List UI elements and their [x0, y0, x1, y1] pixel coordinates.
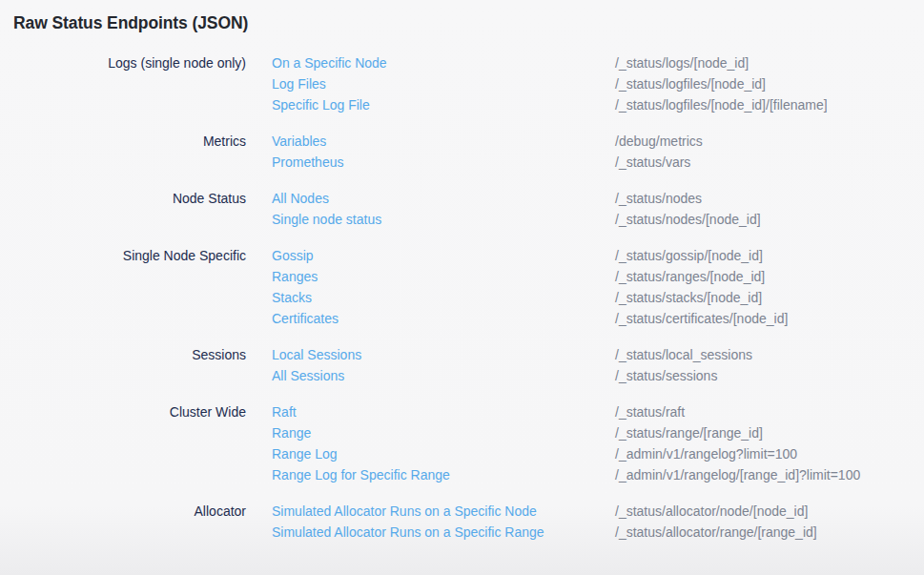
- endpoint-path: /_status/logfiles/[node_id]/[filename]: [615, 94, 828, 115]
- endpoint-row: All Nodes /_status/nodes: [272, 188, 924, 209]
- category-label: Single Node Specific: [0, 245, 246, 266]
- endpoint-path: /_status/nodes: [615, 188, 702, 209]
- endpoint-row: Log Files /_status/logfiles/[node_id]: [272, 73, 924, 94]
- endpoint-row: Prometheus /_status/vars: [272, 152, 924, 173]
- endpoint-link[interactable]: Range Log: [272, 443, 615, 464]
- endpoint-link[interactable]: Single node status: [272, 209, 615, 230]
- endpoint-groups: Logs (single node only) On a Specific No…: [0, 52, 924, 543]
- endpoint-link[interactable]: On a Specific Node: [272, 52, 615, 73]
- endpoint-link[interactable]: Stacks: [272, 287, 615, 308]
- endpoint-path: /_status/nodes/[node_id]: [615, 209, 761, 230]
- group-rows: Gossip /_status/gossip/[node_id] Ranges …: [272, 245, 924, 329]
- category-label: Logs (single node only): [0, 52, 246, 73]
- endpoint-row: Certificates /_status/certificates/[node…: [272, 308, 924, 329]
- endpoint-row: Range /_status/range/[range_id]: [272, 422, 924, 443]
- endpoint-path: /_status/vars: [615, 152, 690, 173]
- endpoint-path: /_status/ranges/[node_id]: [615, 266, 765, 287]
- group-rows: Variables /debug/metrics Prometheus /_st…: [272, 131, 924, 173]
- category-label: Sessions: [0, 344, 246, 365]
- category-label: Node Status: [0, 188, 246, 209]
- endpoint-row: All Sessions /_status/sessions: [272, 365, 924, 386]
- endpoint-row: Variables /debug/metrics: [272, 131, 924, 152]
- endpoint-group: Logs (single node only) On a Specific No…: [0, 52, 924, 115]
- endpoint-group: Cluster Wide Raft /_status/raft Range /_…: [0, 401, 924, 485]
- endpoint-row: Local Sessions /_status/local_sessions: [272, 344, 924, 365]
- endpoint-link[interactable]: All Nodes: [272, 188, 615, 209]
- endpoint-link[interactable]: Simulated Allocator Runs on a Specific N…: [272, 501, 615, 522]
- group-rows: Simulated Allocator Runs on a Specific N…: [272, 501, 924, 543]
- endpoint-path: /_status/range/[range_id]: [615, 422, 763, 443]
- page-title: Raw Status Endpoints (JSON): [13, 12, 924, 33]
- endpoint-row: Range Log /_admin/v1/rangelog?limit=100: [272, 443, 924, 464]
- debug-page: Raw Status Endpoints (JSON) Logs (single…: [0, 0, 924, 543]
- endpoint-path: /_admin/v1/rangelog?limit=100: [615, 443, 797, 464]
- endpoint-row: On a Specific Node /_status/logs/[node_i…: [272, 52, 924, 73]
- endpoint-row: Simulated Allocator Runs on a Specific R…: [272, 522, 924, 543]
- endpoint-link[interactable]: Specific Log File: [272, 94, 615, 115]
- endpoint-link[interactable]: Raft: [272, 401, 615, 422]
- endpoint-link[interactable]: Log Files: [272, 73, 615, 94]
- endpoint-group: Allocator Simulated Allocator Runs on a …: [0, 501, 924, 543]
- endpoint-path: /_status/logfiles/[node_id]: [615, 73, 766, 94]
- endpoint-path: /_status/allocator/range/[range_id]: [615, 522, 817, 543]
- endpoint-link[interactable]: Simulated Allocator Runs on a Specific R…: [272, 522, 615, 543]
- group-rows: Local Sessions /_status/local_sessions A…: [272, 344, 924, 386]
- category-label: Metrics: [0, 131, 246, 152]
- endpoint-path: /_status/allocator/node/[node_id]: [615, 501, 808, 522]
- endpoint-link[interactable]: Local Sessions: [272, 344, 615, 365]
- endpoint-link[interactable]: Ranges: [272, 266, 615, 287]
- endpoint-link[interactable]: Certificates: [272, 308, 615, 329]
- endpoint-group: Single Node Specific Gossip /_status/gos…: [0, 245, 924, 329]
- endpoint-path: /_status/sessions: [615, 365, 717, 386]
- endpoint-path: /_status/certificates/[node_id]: [615, 308, 788, 329]
- endpoint-link[interactable]: Range: [272, 422, 615, 443]
- category-label: Cluster Wide: [0, 401, 246, 422]
- endpoint-row: Range Log for Specific Range /_admin/v1/…: [272, 464, 924, 485]
- group-rows: All Nodes /_status/nodes Single node sta…: [272, 188, 924, 230]
- endpoint-group: Node Status All Nodes /_status/nodes Sin…: [0, 188, 924, 230]
- endpoint-path: /_status/gossip/[node_id]: [615, 245, 763, 266]
- endpoint-row: Stacks /_status/stacks/[node_id]: [272, 287, 924, 308]
- endpoint-link[interactable]: Prometheus: [272, 152, 615, 173]
- endpoint-link[interactable]: Range Log for Specific Range: [272, 464, 615, 485]
- endpoint-row: Raft /_status/raft: [272, 401, 924, 422]
- group-rows: On a Specific Node /_status/logs/[node_i…: [272, 52, 924, 115]
- endpoint-path: /_status/local_sessions: [615, 344, 752, 365]
- endpoint-row: Single node status /_status/nodes/[node_…: [272, 209, 924, 230]
- endpoint-row: Specific Log File /_status/logfiles/[nod…: [272, 94, 924, 115]
- category-label: Allocator: [0, 501, 246, 522]
- endpoint-link[interactable]: Variables: [272, 131, 615, 152]
- endpoint-path: /_status/logs/[node_id]: [615, 52, 749, 73]
- endpoint-path: /_status/raft: [615, 401, 685, 422]
- group-rows: Raft /_status/raft Range /_status/range/…: [272, 401, 924, 485]
- endpoint-row: Ranges /_status/ranges/[node_id]: [272, 266, 924, 287]
- endpoint-path: /_status/stacks/[node_id]: [615, 287, 762, 308]
- endpoint-group: Metrics Variables /debug/metrics Prometh…: [0, 131, 924, 173]
- endpoint-path: /debug/metrics: [615, 131, 703, 152]
- endpoint-row: Gossip /_status/gossip/[node_id]: [272, 245, 924, 266]
- endpoint-link[interactable]: Gossip: [272, 245, 615, 266]
- endpoint-row: Simulated Allocator Runs on a Specific N…: [272, 501, 924, 522]
- endpoint-link[interactable]: All Sessions: [272, 365, 615, 386]
- endpoint-path: /_admin/v1/rangelog/[range_id]?limit=100: [615, 464, 860, 485]
- endpoint-group: Sessions Local Sessions /_status/local_s…: [0, 344, 924, 386]
